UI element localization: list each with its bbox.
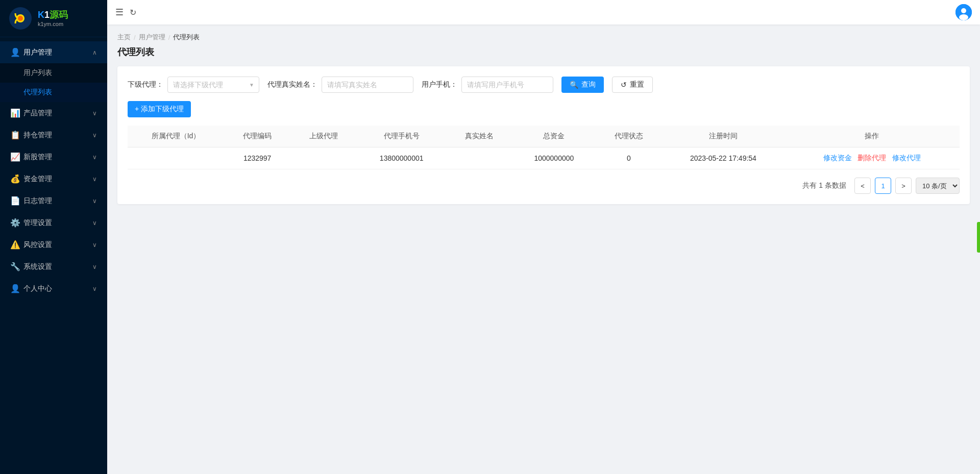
col-status: 代理状态 xyxy=(596,126,662,147)
user-avatar[interactable] xyxy=(955,4,972,20)
table-header-row: 所属代理（Id） 代理编码 上级代理 代理手机号 真实姓名 总资金 代理状态 注… xyxy=(128,126,960,147)
page-title: 代理列表 xyxy=(117,46,970,58)
personal-arrow: ∨ xyxy=(92,285,97,292)
filter-real-name: 代理真实姓名： xyxy=(267,77,413,93)
sidebar-item-log-mgmt[interactable]: 📄 日志管理 ∨ xyxy=(0,190,107,212)
logo-text: K1源码 k1ym.com xyxy=(38,10,68,27)
sidebar-item-product-mgmt[interactable]: 📊 产品管理 ∨ xyxy=(0,102,107,124)
user-mgmt-arrow: ∧ xyxy=(92,49,97,56)
add-btn-label: + 添加下级代理 xyxy=(135,105,184,114)
filter-sub-agent: 下级代理： 请选择下级代理 xyxy=(128,77,259,93)
col-register-time: 注册时间 xyxy=(662,126,785,147)
table-body: 1232997 13800000001 1000000000 0 2023-05… xyxy=(128,147,960,169)
filter-phone: 用户手机： xyxy=(422,77,553,93)
sidebar-item-agent-list[interactable]: 代理列表 xyxy=(0,83,107,102)
admin-arrow: ∨ xyxy=(92,219,97,227)
sys-label: 系统设置 xyxy=(23,262,52,271)
logo-subtitle: k1ym.com xyxy=(38,21,68,27)
sidebar-item-fund-mgmt[interactable]: 💰 资金管理 ∨ xyxy=(0,168,107,190)
risk-icon: ⚠️ xyxy=(10,240,19,250)
user-mgmt-label: 用户管理 xyxy=(23,48,52,57)
breadcrumb: 主页 / 用户管理 / 代理列表 xyxy=(117,33,970,42)
table-row: 1232997 13800000001 1000000000 0 2023-05… xyxy=(128,147,960,169)
cell-register-time: 2023-05-22 17:49:54 xyxy=(662,147,785,169)
page-size-select[interactable]: 10 条/页 xyxy=(916,178,960,194)
collapse-menu-icon[interactable]: ☰ xyxy=(115,7,124,18)
add-sub-agent-button[interactable]: + 添加下级代理 xyxy=(128,101,191,117)
action-edit-funds[interactable]: 修改资金 xyxy=(823,154,852,162)
filter-row: 下级代理： 请选择下级代理 代理真实姓名： 用户手机： 🔍 xyxy=(128,77,960,93)
sidebar-item-sys-settings[interactable]: 🔧 系统设置 ∨ xyxy=(0,256,107,278)
cell-phone: 13800000001 xyxy=(357,147,446,169)
cell-actions: 修改资金 删除代理 修改代理 xyxy=(785,147,960,169)
sys-arrow: ∨ xyxy=(92,263,97,270)
admin-icon: ⚙️ xyxy=(10,218,19,228)
sidebar-menu: 👤 用户管理 ∧ 用户列表 代理列表 📊 产品管理 ∨ 📋 持 xyxy=(0,37,107,474)
logo-icon xyxy=(8,6,33,31)
table-head: 所属代理（Id） 代理编码 上级代理 代理手机号 真实姓名 总资金 代理状态 注… xyxy=(128,126,960,147)
page-next-button[interactable]: > xyxy=(895,178,912,194)
logo-title: K1源码 xyxy=(38,10,68,21)
phone-input[interactable] xyxy=(461,77,553,93)
product-icon: 📊 xyxy=(10,108,19,118)
logo: K1源码 k1ym.com xyxy=(0,0,107,37)
page-prev-button[interactable]: < xyxy=(854,178,871,194)
risk-arrow: ∨ xyxy=(92,241,97,248)
reset-button[interactable]: ↺ 重置 xyxy=(612,77,653,93)
sidebar-item-ipo-mgmt[interactable]: 📈 新股管理 ∨ xyxy=(0,146,107,168)
ipo-label: 新股管理 xyxy=(23,153,52,162)
sub-agent-label: 下级代理： xyxy=(128,80,163,89)
log-icon: 📄 xyxy=(10,196,19,206)
action-delete-agent[interactable]: 删除代理 xyxy=(857,154,886,162)
refresh-icon[interactable]: ↻ xyxy=(130,8,136,17)
content-area: 主页 / 用户管理 / 代理列表 代理列表 下级代理： 请选择下级代理 xyxy=(107,24,980,474)
svg-point-4 xyxy=(961,8,966,13)
action-edit-agent[interactable]: 修改代理 xyxy=(892,154,921,162)
position-arrow: ∨ xyxy=(92,132,97,139)
breadcrumb-sep-2: / xyxy=(168,34,170,41)
ipo-arrow: ∨ xyxy=(92,154,97,161)
header-left: ☰ ↻ xyxy=(115,7,136,18)
col-phone: 代理手机号 xyxy=(357,126,446,147)
cell-parent-agent xyxy=(290,147,357,169)
pagination: 共有 1 条数据 < 1 > 10 条/页 xyxy=(128,178,960,194)
main-area: ☰ ↻ 主页 / 用户管理 / 代理列表 代理列表 xyxy=(107,0,980,474)
fund-label: 资金管理 xyxy=(23,174,52,184)
col-total-funds: 总资金 xyxy=(512,126,596,147)
cell-owner-id xyxy=(128,147,224,169)
fund-arrow: ∨ xyxy=(92,176,97,183)
page-1-button[interactable]: 1 xyxy=(875,178,891,194)
agent-table: 所属代理（Id） 代理编码 上级代理 代理手机号 真实姓名 总资金 代理状态 注… xyxy=(128,126,960,169)
sidebar-item-risk-settings[interactable]: ⚠️ 风控设置 ∨ xyxy=(0,234,107,256)
fund-icon: 💰 xyxy=(10,174,19,184)
sidebar-item-user-mgmt[interactable]: 👤 用户管理 ∧ xyxy=(0,41,107,63)
col-agent-code: 代理编码 xyxy=(224,126,290,147)
log-label: 日志管理 xyxy=(23,196,52,206)
real-name-input[interactable] xyxy=(322,77,413,93)
cell-agent-code: 1232997 xyxy=(224,147,290,169)
col-owner-id: 所属代理（Id） xyxy=(128,126,224,147)
product-label: 产品管理 xyxy=(23,109,52,118)
sub-agent-select-wrapper: 请选择下级代理 xyxy=(167,77,259,93)
breadcrumb-home[interactable]: 主页 xyxy=(117,33,131,42)
cell-status: 0 xyxy=(596,147,662,169)
main-card: 下级代理： 请选择下级代理 代理真实姓名： 用户手机： 🔍 xyxy=(117,66,970,204)
sidebar-item-personal-center[interactable]: 👤 个人中心 ∨ xyxy=(0,278,107,300)
sidebar: K1源码 k1ym.com 👤 用户管理 ∧ 用户列表 代理列表 📊 xyxy=(0,0,107,474)
real-name-label: 代理真实姓名： xyxy=(267,80,317,89)
sidebar-item-user-list[interactable]: 用户列表 xyxy=(0,63,107,83)
position-icon: 📋 xyxy=(10,130,19,140)
breadcrumb-sep-1: / xyxy=(134,34,136,41)
col-parent-agent: 上级代理 xyxy=(290,126,357,147)
svg-point-5 xyxy=(959,14,968,20)
sub-agent-select[interactable]: 请选择下级代理 xyxy=(167,77,259,93)
sidebar-item-position-mgmt[interactable]: 📋 持仓管理 ∨ xyxy=(0,124,107,146)
agent-list-label: 代理列表 xyxy=(23,88,52,97)
query-button[interactable]: 🔍 查询 xyxy=(561,77,604,93)
top-header: ☰ ↻ xyxy=(107,0,980,24)
table-wrapper: 所属代理（Id） 代理编码 上级代理 代理手机号 真实姓名 总资金 代理状态 注… xyxy=(128,126,960,169)
sidebar-item-admin-settings[interactable]: ⚙️ 管理设置 ∨ xyxy=(0,212,107,234)
admin-label: 管理设置 xyxy=(23,218,52,228)
breadcrumb-user-mgmt[interactable]: 用户管理 xyxy=(139,33,165,42)
svg-point-2 xyxy=(18,16,23,21)
